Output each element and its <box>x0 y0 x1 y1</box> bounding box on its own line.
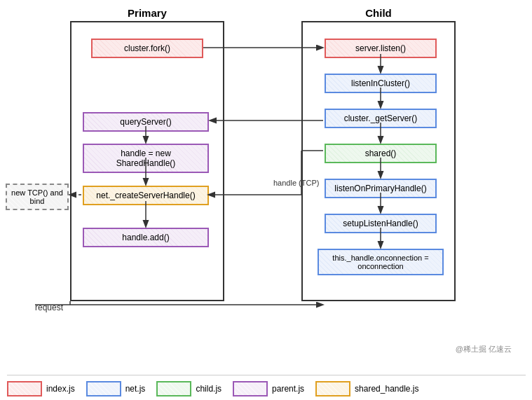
legend-label-parent: parent.js <box>272 384 304 394</box>
legend-swatch-shared <box>315 381 350 396</box>
server-listen-box: server.listen() <box>325 39 437 58</box>
query-server-box: queryServer() <box>83 112 209 132</box>
legend-label-net: net.js <box>125 384 146 394</box>
new-tcp-box: new TCP() and bind <box>6 184 69 210</box>
handle-add-box: handle.add() <box>83 228 209 247</box>
handle-new-box: handle = new SharedHandle() <box>83 144 209 173</box>
legend-swatch-child <box>156 381 191 396</box>
legend-label-index: index.js <box>46 384 75 394</box>
cluster-get-server-box: cluster._getServer() <box>325 109 437 128</box>
cluster-fork-box: cluster.fork() <box>91 39 203 58</box>
shared-box: shared() <box>325 144 437 163</box>
handle-tcp-label: handle (TCP) <box>273 179 319 187</box>
watermark-text: @稀土掘 亿速云 <box>456 344 512 354</box>
setup-listen-box: setupListenHandle() <box>325 214 437 233</box>
legend-swatch-index <box>7 381 42 396</box>
legend-label-shared: shared_handle.js <box>355 384 418 394</box>
legend-item-net: net.js <box>86 381 146 396</box>
handle-onconnection-box: this._handle.onconnection = onconnection <box>318 249 444 275</box>
request-label: request <box>35 303 63 312</box>
primary-title: Primary <box>71 7 223 19</box>
listen-in-cluster-box: listenInCluster() <box>325 74 437 93</box>
legend-item-index: index.js <box>7 381 75 396</box>
legend-item-shared: shared_handle.js <box>315 381 418 396</box>
legend: index.js net.js child.js parent.js share… <box>7 375 526 396</box>
legend-swatch-net <box>86 381 121 396</box>
legend-item-parent: parent.js <box>233 381 304 396</box>
legend-label-child: child.js <box>196 384 221 394</box>
net-create-box: net._createServerHandle() <box>83 186 209 205</box>
watermark: @稀土掘 亿速云 <box>456 344 512 354</box>
diagram: Primary Child cluster.fork() queryServer… <box>0 0 532 336</box>
listen-primary-box: listenOnPrimaryHandle() <box>325 179 437 198</box>
legend-item-child: child.js <box>156 381 221 396</box>
child-title: Child <box>303 7 454 19</box>
legend-swatch-parent <box>233 381 268 396</box>
